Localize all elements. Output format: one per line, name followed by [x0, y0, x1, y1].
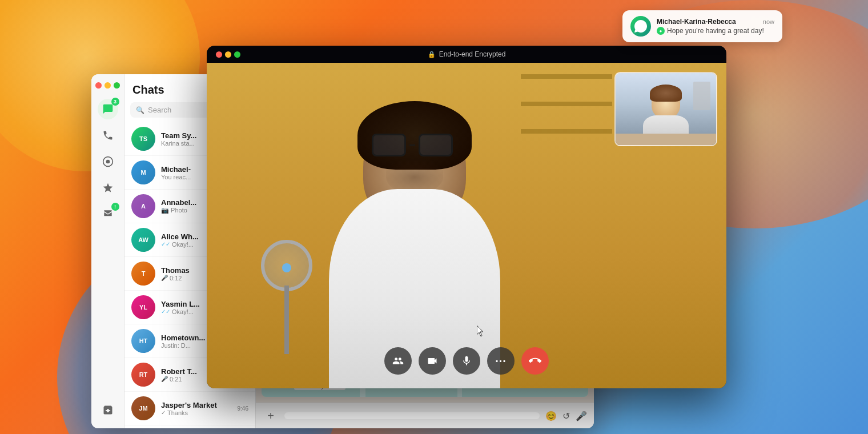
call-controls: ···: [384, 347, 549, 375]
chat-item-jasper[interactable]: JM Jasper's Market ✓ Thanks 9:46: [124, 392, 255, 425]
chat-avatar-michael: M: [131, 160, 155, 184]
notification-content: Michael-Karina-Rebecca now ● Hope you're…: [657, 18, 774, 35]
titlebar-center: 🔒 End-to-end Encrypted: [428, 50, 506, 58]
svg-point-1: [106, 160, 110, 164]
chat-badge: 3: [111, 98, 119, 106]
add-attachment-button[interactable]: +: [263, 408, 279, 424]
chat-avatar-alice: AW: [131, 228, 155, 252]
notification-avatar: [630, 16, 651, 37]
chat-name: Jasper's Market: [161, 401, 232, 409]
sidebar-item-calls[interactable]: [98, 125, 118, 146]
channel-badge: !: [111, 203, 119, 211]
more-options-button[interactable]: ···: [487, 347, 515, 375]
chat-preview: ✓ Thanks: [161, 409, 232, 416]
video-main-area: ···: [207, 63, 726, 388]
sidebar-item-starred[interactable]: [98, 178, 118, 198]
close-button[interactable]: [95, 82, 102, 89]
pip-video-content: [616, 73, 716, 145]
search-input[interactable]: Search: [148, 106, 171, 114]
chat-avatar-jasper: JM: [131, 396, 155, 420]
minimize-button[interactable]: [105, 82, 111, 89]
video-close-button[interactable]: [216, 51, 222, 58]
chat-avatar-hometown: HT: [131, 329, 155, 353]
notification-time: now: [763, 18, 774, 25]
sidebar-item-channels[interactable]: !: [98, 204, 118, 224]
chat-time: 9:46: [238, 405, 248, 412]
sticker-button[interactable]: ↺: [562, 411, 570, 421]
video-maximize-button[interactable]: [234, 51, 240, 58]
video-call-titlebar: 🔒 End-to-end Encrypted: [207, 46, 726, 63]
chat-avatar-yasmin: YL: [131, 295, 155, 319]
video-person-main: [266, 95, 563, 388]
sidebar: 3 !: [91, 74, 124, 428]
encryption-status: End-to-end Encrypted: [439, 50, 506, 58]
glasses: [372, 134, 457, 156]
video-minimize-button[interactable]: [225, 51, 231, 58]
sidebar-item-chats[interactable]: 3: [98, 99, 118, 119]
lock-icon: 🔒: [428, 51, 436, 58]
end-call-button[interactable]: [521, 347, 549, 375]
chat-avatar-annabel: A: [131, 194, 155, 218]
voice-button[interactable]: 🎤: [576, 411, 587, 421]
chat-input-bar: + 😊 ↺ 🎤: [256, 403, 594, 428]
video-call-window: 🔒 End-to-end Encrypted: [207, 46, 726, 388]
chat-avatar-thomas: T: [131, 262, 155, 286]
notification-sender: Michael-Karina-Rebecca: [657, 18, 736, 26]
maximize-button[interactable]: [114, 82, 120, 89]
window-controls: [95, 82, 120, 89]
participants-button[interactable]: [384, 347, 412, 375]
chat-meta-jasper: 9:46: [238, 405, 248, 412]
mute-button[interactable]: [453, 347, 480, 375]
message-input[interactable]: [284, 412, 540, 419]
chat-info-jasper: Jasper's Market ✓ Thanks: [161, 401, 232, 416]
video-window-controls: [216, 51, 240, 58]
whatsapp-mini-icon: ●: [657, 27, 665, 35]
notification-message: ● Hope you're having a great day!: [657, 27, 774, 35]
sidebar-item-status[interactable]: [98, 151, 118, 172]
video-toggle-button[interactable]: [419, 347, 446, 375]
self-view-pip: [614, 72, 717, 146]
notification-toast[interactable]: Michael-Karina-Rebecca now ● Hope you're…: [622, 10, 782, 42]
search-icon: 🔍: [136, 106, 144, 114]
sidebar-item-archive[interactable]: [98, 400, 118, 420]
chat-avatar-robert: RT: [131, 363, 155, 387]
emoji-button[interactable]: 😊: [545, 411, 557, 421]
chat-avatar-team-sy: TS: [131, 127, 155, 151]
